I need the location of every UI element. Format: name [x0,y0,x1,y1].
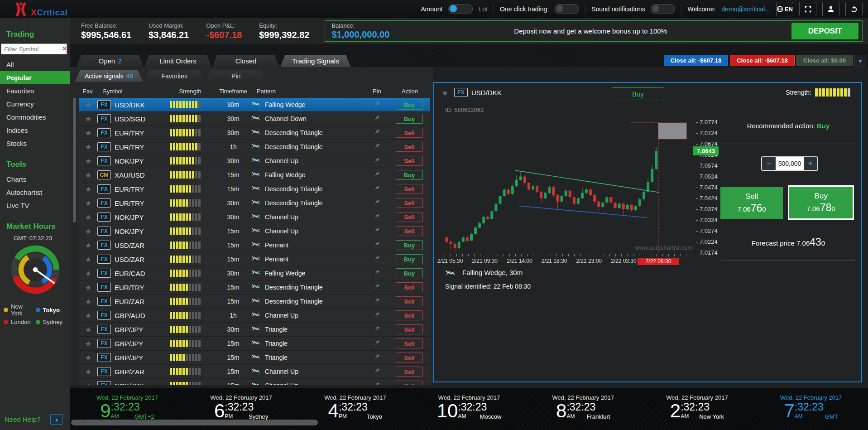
close-all-button[interactable]: Close all: -$607.18 [664,55,729,66]
favorite-star-icon[interactable]: ★ [79,353,97,362]
favorite-star-icon[interactable]: ★ [79,382,97,386]
welcome-user[interactable]: demo@xcritical... [721,5,770,13]
pin-button[interactable] [374,171,380,179]
favorite-star-icon[interactable]: ★ [79,227,97,236]
tab-closed[interactable]: Closed [212,55,279,67]
sidebar-item-favorites[interactable]: Favorites [0,84,70,97]
signal-row[interactable]: ★FXEUR/TRY30mDescending TriangleSell [79,196,430,210]
sidebar-item-live-tv[interactable]: Live TV [0,199,70,212]
sell-signal-button[interactable]: Sell [396,128,423,138]
buy-signal-button[interactable]: Buy [396,114,423,124]
pin-button[interactable] [374,311,380,320]
sidebar-item-stocks[interactable]: Stocks [0,137,70,150]
logout-button[interactable] [845,2,863,16]
sidebar-item-commodities[interactable]: Commodities [0,111,70,124]
sell-signal-button[interactable]: Sell [396,142,423,152]
buy-signal-button[interactable]: Buy [396,254,423,264]
buy-signal-button[interactable]: Buy [396,170,423,180]
favorite-star-icon[interactable]: ★ [79,241,97,250]
favorite-star-icon[interactable]: ★ [79,157,97,165]
sell-signal-button[interactable]: Sell [396,310,423,320]
sidebar-item-popular[interactable]: Popular [0,71,70,84]
signal-row[interactable]: ★FXGBP/JPY15mTriangleSell [79,351,430,365]
favorite-star-icon[interactable]: ★ [79,185,97,193]
filter-symbol-input[interactable] [1,43,67,54]
tab-limit-orders[interactable]: Limit Orders [144,55,211,67]
favorite-star-icon[interactable]: ★ [79,339,97,348]
favorite-star-icon[interactable]: ★ [79,283,97,292]
signal-row[interactable]: ★FXUSD/ZAR15mPennantBuy [79,238,430,252]
signal-row[interactable]: ★FXNOK/JPY30mChannel UpSell [79,154,430,168]
signal-row[interactable]: ★FXEUR/CAD30mFalling WedgeBuy [79,266,430,280]
sell-signal-button[interactable]: Sell [396,381,423,385]
sidebar-item-currency[interactable]: Currency [0,97,70,111]
horizontal-scrollbar[interactable] [71,420,318,425]
pin-button[interactable] [374,255,380,264]
pin-button[interactable] [374,241,380,250]
one-click-toggle[interactable] [555,4,579,14]
signal-row[interactable]: ★FXEUR/TRY30mDescending TriangleSell [79,126,430,140]
pin-button[interactable] [374,325,380,334]
signal-row[interactable]: ★CMXAU/USD15mFalling WedgeBuy [79,168,430,182]
signal-row[interactable]: ★FXGBP/AUD1hChannel UpSell [79,309,430,323]
signal-row[interactable]: ★FXUSD/DKK30mFalling WedgeBuy [79,98,430,112]
pin-button[interactable] [374,283,380,292]
signal-row[interactable]: ★FXEUR/TRY15mDescending TriangleSell [79,182,430,196]
favorite-star-icon[interactable]: ★ [79,199,97,208]
pin-button[interactable] [374,143,380,151]
amount-increase-button[interactable]: + [804,157,817,170]
need-help-link[interactable]: Need Help? [5,416,40,423]
pin-button[interactable] [374,199,380,208]
signal-row[interactable]: ★FXEUR/TRY1hDescending TriangleSell [79,140,430,154]
pin-button[interactable] [374,297,380,306]
pin-button[interactable] [374,353,380,362]
signal-row[interactable]: ★FXNOK/JPY15mChannel UpSell [79,379,430,385]
sell-signal-button[interactable]: Sell [396,212,423,222]
signals-scrollbar[interactable] [72,98,77,383]
pin-button[interactable] [374,101,380,109]
buy-button[interactable]: Buy 7.06780 [788,185,854,220]
collapse-button[interactable]: ▲ [50,414,63,425]
favorite-star-icon[interactable]: ★ [79,171,97,179]
sell-signal-button[interactable]: Sell [396,156,423,166]
pin-button[interactable] [374,157,380,165]
favorite-star-icon[interactable]: ★ [79,129,97,137]
buy-signal-button[interactable]: Buy [396,100,423,110]
buy-signal-button[interactable]: Buy [396,240,423,250]
amount-input[interactable] [776,157,804,170]
pin-button[interactable] [374,339,380,348]
signal-row[interactable]: ★FXEUR/TRY15mDescending TriangleSell [79,280,430,295]
sidebar-item-autochartist[interactable]: Autochartist [0,186,70,199]
chart-action-button[interactable]: Buy [612,87,664,100]
deposit-button[interactable]: DEPOSIT [791,23,858,39]
pin-button[interactable] [374,367,380,376]
favorite-star-icon[interactable]: ★ [79,115,97,123]
buy-signal-button[interactable]: Buy [396,268,423,278]
favorite-star-icon[interactable]: ★ [79,269,97,278]
sell-signal-button[interactable]: Sell [396,353,423,362]
language-button[interactable]: EN [776,2,793,16]
favorite-star-icon[interactable]: ★ [79,325,97,334]
favorite-star-icon[interactable]: ★ [79,143,97,151]
fullscreen-button[interactable] [799,2,816,16]
sell-signal-button[interactable]: Sell [396,367,423,377]
filter-clear-icon[interactable]: × [62,45,67,52]
amount-lot-toggle[interactable] [448,4,473,14]
close-all-dropdown-button[interactable]: ▼ [854,55,866,67]
pin-button[interactable] [374,185,380,193]
subtab-active-signals[interactable]: Active signals46 [75,70,143,82]
signal-row[interactable]: ★FXNOK/JPY15mChannel UpSell [79,224,430,238]
profile-button[interactable] [822,2,839,16]
signal-row[interactable]: ★FXUSD/SGD30mChannel DownBuy [79,112,430,126]
sell-signal-button[interactable]: Sell [396,282,423,292]
sell-signal-button[interactable]: Sell [396,184,423,194]
sidebar-item-charts[interactable]: Charts [0,173,70,186]
pin-button[interactable] [374,269,380,278]
signal-row[interactable]: ★FXGBP/ZAR15mChannel UpSell [79,365,430,379]
favorite-star-icon[interactable]: ★ [79,101,97,109]
sell-signal-button[interactable]: Sell [396,226,423,236]
favorite-star-icon[interactable]: ★ [79,311,97,320]
tab-open[interactable]: Open2 [77,55,144,67]
signal-row[interactable]: ★FXGBP/JPY30mTriangleSell [79,323,430,337]
pin-button[interactable] [374,227,380,236]
